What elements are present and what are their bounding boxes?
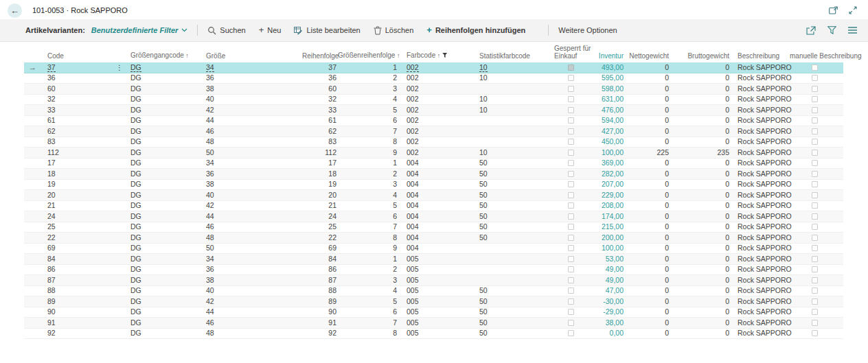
cell-groessenreihenfolge[interactable]: 3 <box>338 180 398 189</box>
cell-inventur-link[interactable]: 476,00 <box>592 106 626 115</box>
cell-bruttogewicht[interactable]: 0 <box>671 201 731 210</box>
cell-inventur-link[interactable]: 0,00 <box>592 329 626 338</box>
manuelle-beschreibung-checkbox[interactable] <box>812 128 818 134</box>
cell-statistikfarbcode[interactable]: 10 <box>471 73 549 82</box>
cell-code[interactable]: 62 <box>43 127 127 136</box>
cell-groesse[interactable]: 38 <box>203 84 302 93</box>
cell-code[interactable]: 24 <box>43 212 127 221</box>
table-row[interactable]: 25DG4625700450215,0000Rock SAPPORO <box>24 222 843 233</box>
cell-bruttogewicht[interactable]: 0 <box>671 106 731 115</box>
cell-code[interactable]: 22 <box>43 233 127 242</box>
cell-farbcode[interactable]: 002 <box>398 84 471 93</box>
table-row[interactable]: 22DG4822800450200,0000Rock SAPPORO <box>24 233 843 244</box>
cell-groessengangcode[interactable]: DG <box>127 84 203 93</box>
gesperrt-checkbox[interactable] <box>568 65 574 71</box>
cell-statistikfarbcode[interactable]: 50 <box>471 318 549 327</box>
cell-reihenfolge[interactable]: 60 <box>302 84 338 93</box>
cell-bruttogewicht[interactable]: 0 <box>671 137 731 146</box>
manuelle-beschreibung-checkbox[interactable] <box>812 309 818 315</box>
manuelle-beschreibung-checkbox[interactable] <box>812 330 818 336</box>
cell-beschreibung[interactable]: Rock SAPPORO <box>731 191 786 200</box>
cell-code[interactable]: 36 <box>43 73 127 82</box>
table-row[interactable]: 21DG4221500450208,0000Rock SAPPORO <box>24 201 843 212</box>
cell-groesse[interactable]: 44 <box>203 212 302 221</box>
cell-groessengangcode[interactable]: DG <box>127 159 203 167</box>
cell-reihenfolge[interactable]: 89 <box>302 297 338 306</box>
cell-bruttogewicht[interactable]: 0 <box>671 222 731 231</box>
manuelle-beschreibung-checkbox[interactable] <box>812 266 818 272</box>
cell-groessengangcode[interactable]: DG <box>127 244 203 253</box>
cell-groessengangcode[interactable]: DG <box>127 95 203 104</box>
cell-beschreibung[interactable]: Rock SAPPORO <box>731 84 786 93</box>
column-header-nettogewicht[interactable]: Nettogewicht <box>626 52 671 60</box>
cell-groessenreihenfolge[interactable]: 1 <box>338 159 398 167</box>
cell-beschreibung[interactable]: Rock SAPPORO <box>731 244 786 253</box>
table-row[interactable]: 61DG44616002594,0000Rock SAPPORO <box>24 116 843 127</box>
cell-statistikfarbcode[interactable]: 50 <box>471 307 549 316</box>
cell-bruttogewicht[interactable]: 0 <box>671 307 731 316</box>
cell-code[interactable]: 17 <box>43 159 127 167</box>
gesperrt-checkbox[interactable] <box>568 75 574 81</box>
cell-groessenreihenfolge[interactable]: 9 <box>338 148 398 157</box>
cell-groesse[interactable]: 50 <box>203 148 302 157</box>
cell-inventur-link[interactable]: 631,00 <box>592 95 626 104</box>
cell-code[interactable]: 84 <box>43 255 127 264</box>
gesperrt-checkbox[interactable] <box>568 150 574 156</box>
gesperrt-checkbox[interactable] <box>568 298 574 305</box>
manuelle-beschreibung-checkbox[interactable] <box>812 181 818 187</box>
cell-nettogewicht[interactable]: 0 <box>626 137 671 146</box>
manuelle-beschreibung-checkbox[interactable] <box>812 277 818 283</box>
cell-nettogewicht[interactable]: 0 <box>626 276 671 285</box>
share-icon[interactable] <box>806 26 816 35</box>
cell-groessenreihenfolge[interactable]: 7 <box>338 222 398 231</box>
custom-filter-dropdown[interactable]: Benutzerdefinierte Filter <box>91 26 188 34</box>
cell-inventur-link[interactable]: 594,00 <box>592 116 626 125</box>
column-header-reihenfolge[interactable]: Reihenfolge <box>302 52 338 60</box>
manuelle-beschreibung-checkbox[interactable] <box>812 96 818 102</box>
cell-statistikfarbcode[interactable]: 50 <box>471 329 549 338</box>
cell-farbcode[interactable]: 005 <box>398 318 471 327</box>
cell-nettogewicht[interactable]: 0 <box>626 63 671 72</box>
table-row[interactable]: 32DG4032400210631,0000Rock SAPPORO <box>24 95 843 106</box>
cell-inventur-link[interactable]: 282,00 <box>592 169 626 178</box>
cell-groessengangcode[interactable]: DG <box>127 265 203 274</box>
cell-farbcode[interactable]: 002 <box>398 148 471 157</box>
cell-groesse[interactable]: 36 <box>203 169 302 178</box>
table-row[interactable]: 88DG408840055047,0000Rock SAPPORO <box>24 286 843 297</box>
gesperrt-checkbox[interactable] <box>568 107 574 113</box>
gesperrt-checkbox[interactable] <box>568 171 574 177</box>
cell-groesse[interactable]: 42 <box>203 106 302 115</box>
cell-code[interactable]: 21 <box>43 201 127 210</box>
cell-beschreibung[interactable]: Rock SAPPORO <box>731 159 786 167</box>
table-row[interactable]: 90DG4490600550-29,0000Rock SAPPORO <box>24 307 843 318</box>
column-header-gesperrt_fuer_einkauf[interactable]: Gesperrt für Einkauf <box>549 45 592 60</box>
cell-inventur-link[interactable]: 207,00 <box>592 180 626 189</box>
cell-farbcode[interactable]: 004 <box>398 180 471 189</box>
cell-groessengangcode[interactable]: DG <box>127 148 203 157</box>
table-row[interactable]: 60DG38603002598,0000Rock SAPPORO <box>24 84 843 95</box>
manuelle-beschreibung-checkbox[interactable] <box>812 235 818 241</box>
cell-inventur-link[interactable]: 49,00 <box>592 265 626 274</box>
cell-groessenreihenfolge[interactable]: 7 <box>338 127 398 136</box>
cell-statistikfarbcode[interactable]: 50 <box>471 286 549 295</box>
cell-inventur-link[interactable]: 38,00 <box>592 318 626 327</box>
cell-groessenreihenfolge[interactable]: 4 <box>338 191 398 200</box>
cell-statistikfarbcode[interactable]: 10 <box>471 95 549 104</box>
cell-code[interactable]: 20 <box>43 191 127 200</box>
manuelle-beschreibung-checkbox[interactable] <box>812 256 818 262</box>
cell-bruttogewicht[interactable]: 0 <box>671 265 731 274</box>
cell-beschreibung[interactable]: Rock SAPPORO <box>731 106 786 115</box>
cell-farbcode[interactable]: 004 <box>398 191 471 200</box>
cell-statistikfarbcode[interactable]: 10 <box>471 63 549 72</box>
row-context-menu-icon[interactable]: ⋮ <box>116 63 123 72</box>
cell-nettogewicht[interactable]: 0 <box>626 159 671 167</box>
cell-code[interactable]: 87 <box>43 276 127 285</box>
cell-bruttogewicht[interactable]: 0 <box>671 255 731 264</box>
cell-reihenfolge[interactable]: 25 <box>302 222 338 231</box>
cell-nettogewicht[interactable]: 225 <box>626 148 671 157</box>
cell-groesse[interactable]: 46 <box>203 318 302 327</box>
cell-nettogewicht[interactable]: 0 <box>626 233 671 242</box>
cell-reihenfolge[interactable]: 84 <box>302 255 338 264</box>
table-row[interactable]: 112DG50112900210100,00225235Rock SAPPORO <box>24 148 843 159</box>
cell-statistikfarbcode[interactable]: 50 <box>471 159 549 167</box>
